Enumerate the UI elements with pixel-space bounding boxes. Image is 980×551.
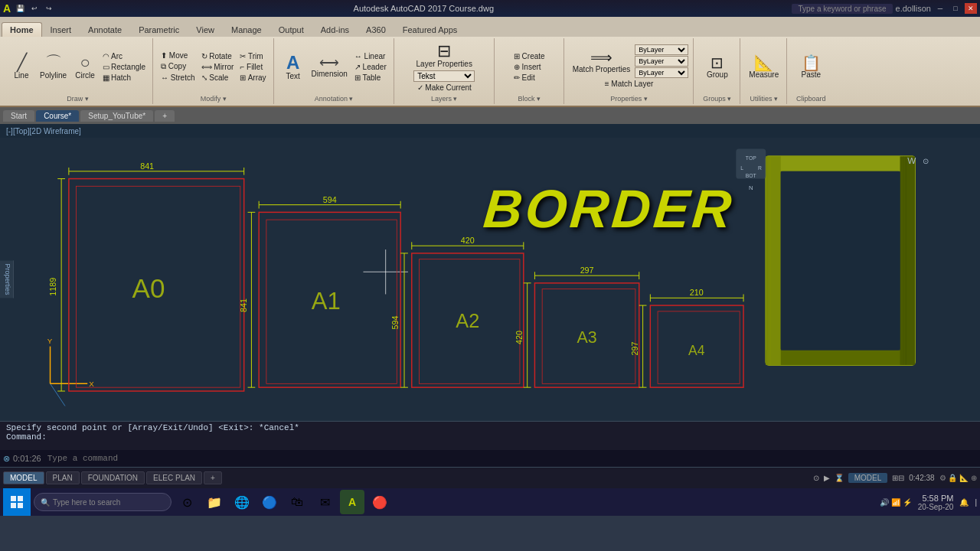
tab-output[interactable]: Output: [270, 22, 312, 37]
btn-match-properties[interactable]: ⟹ Match Properties: [570, 48, 634, 75]
canvas-area[interactable]: Properties X Y 841 1189 A0: [0, 138, 980, 421]
taskbar-explorer[interactable]: 📁: [202, 490, 227, 514]
command-input[interactable]: [47, 454, 977, 463]
btn-trim[interactable]: ✂ Trim: [237, 51, 268, 61]
btn-polyline[interactable]: ⌒ Polyline: [37, 53, 70, 81]
svg-text:A3: A3: [577, 328, 596, 347]
tab-course[interactable]: Course*: [36, 110, 79, 122]
tab-view[interactable]: View: [188, 22, 223, 37]
taskbar-mail[interactable]: ✉: [312, 490, 337, 514]
btn-layer-properties[interactable]: ⊟ Layer Properties: [413, 41, 475, 70]
svg-text:A0: A0: [132, 273, 165, 303]
btn-fillet[interactable]: ⌐ Fillet: [237, 62, 268, 72]
btn-edit-block[interactable]: ✏ Edit: [511, 73, 547, 83]
tab-insert[interactable]: Insert: [42, 22, 80, 37]
layout-tab-foundation[interactable]: FOUNDATION: [81, 471, 145, 484]
btn-rect[interactable]: ▭ Rectangle: [100, 62, 148, 72]
btn-circle[interactable]: ○ Circle: [71, 53, 99, 81]
btn-hatch[interactable]: ▦ Hatch: [100, 73, 148, 83]
nav-icon-3[interactable]: ⌛: [835, 474, 844, 482]
taskbar-cortana[interactable]: ⊙: [175, 490, 199, 514]
nav-icon-2[interactable]: ▶: [824, 474, 830, 482]
btn-rotate[interactable]: ↻ Rotate: [199, 51, 237, 61]
btn-array[interactable]: ⊞ Array: [237, 73, 268, 83]
nav-icon-1[interactable]: ⊙: [813, 474, 819, 482]
layout-tabs: MODEL PLAN FOUNDATION ELEC PLAN +: [3, 471, 810, 484]
model-label[interactable]: MODEL: [848, 473, 888, 483]
taskbar-store[interactable]: 🛍: [285, 490, 309, 514]
btn-arc[interactable]: ◠ Arc: [100, 51, 148, 61]
svg-text:420: 420: [461, 236, 475, 245]
tab-addins[interactable]: Add-ins: [312, 22, 358, 37]
tab-featured[interactable]: Featured Apps: [394, 22, 466, 37]
layer-dropdown[interactable]: TekstByLayer: [413, 70, 475, 82]
tab-setup[interactable]: Setup_YouTube*: [80, 110, 153, 122]
tab-annotate[interactable]: Annotate: [80, 22, 130, 37]
taskbar: 🔍 Type here to search ⊙ 📁 🌐 🔵 🛍 ✉ A 🔴 🔊 …: [0, 488, 980, 516]
btn-stretch[interactable]: ↔ Stretch: [158, 73, 197, 83]
svg-text:594: 594: [323, 195, 337, 204]
btn-table[interactable]: ⊞ Table: [352, 73, 389, 83]
notification-icon[interactable]: 🔔: [959, 498, 969, 507]
quick-access-toolbar[interactable]: 💾 ↩ ↪: [14, 3, 55, 14]
color-dropdown[interactable]: ByLayer: [635, 44, 688, 55]
view-label: [-][Top][2D Wireframe]: [0, 124, 980, 138]
tab-parametric[interactable]: Parametric: [130, 22, 188, 37]
svg-rect-69: [781, 171, 900, 350]
close-btn[interactable]: ✕: [965, 3, 977, 14]
btn-move[interactable]: ⬆ Move: [158, 51, 197, 60]
btn-text[interactable]: A Text: [279, 52, 307, 82]
minimize-btn[interactable]: ─: [934, 3, 946, 14]
tab-home[interactable]: Home: [2, 22, 42, 37]
paste-label: Paste: [802, 70, 822, 79]
taskbar-chrome[interactable]: 🔴: [368, 490, 392, 514]
title-right: Type a keyword or phrase e.dollison ─ □ …: [792, 3, 977, 14]
btn-line[interactable]: ╱ Line: [8, 53, 35, 81]
group-utilities-label: Utilities ▾: [741, 95, 786, 103]
tab-manage[interactable]: Manage: [223, 22, 270, 37]
ribbon-tabs: Home Insert Annotate Parametric View Man…: [0, 17, 980, 37]
btn-scale[interactable]: ⤡ Scale: [199, 73, 237, 83]
btn-match-layer[interactable]: ≡ Match Layer: [603, 79, 656, 89]
btn-paste[interactable]: 📋 Paste: [797, 54, 825, 80]
svg-text:L: L: [740, 165, 743, 171]
taskbar-autocad[interactable]: A: [340, 490, 364, 514]
lineweight-dropdown[interactable]: ByLayer: [635, 67, 688, 78]
show-desktop-btn[interactable]: |: [975, 498, 977, 507]
paste-icon: 📋: [802, 55, 821, 70]
maximize-btn[interactable]: □: [949, 3, 962, 14]
btn-create-block[interactable]: ⊞ Create: [511, 51, 547, 61]
btn-insert-block[interactable]: ⊕ Insert: [511, 62, 547, 72]
taskbar-search[interactable]: 🔍 Type here to search: [34, 493, 172, 511]
text-icon: A: [286, 54, 299, 72]
btn-make-current[interactable]: ✓ Make Current: [415, 83, 474, 93]
tab-a360[interactable]: A360: [358, 22, 394, 37]
svg-text:420: 420: [514, 331, 524, 344]
svg-text:841: 841: [140, 161, 154, 171]
tab-start[interactable]: Start: [3, 110, 34, 122]
search-box[interactable]: Type a keyword or phrase: [792, 4, 892, 14]
polyline-icon: ⌒: [45, 54, 62, 71]
dimension-icon: ⟷: [319, 56, 339, 70]
linetype-dropdown[interactable]: ByLayer: [635, 56, 688, 67]
layout-tab-add[interactable]: +: [204, 471, 222, 484]
start-button[interactable]: [3, 488, 31, 516]
layout-tab-elecplan[interactable]: ELEC PLAN: [146, 471, 202, 484]
btn-measure[interactable]: 📐 Measure: [746, 54, 782, 80]
svg-text:A1: A1: [312, 288, 341, 315]
command-area: Specify second point or [Array/Exit/Undo…: [0, 421, 980, 467]
btn-linear[interactable]: ↔ Linear: [352, 51, 389, 61]
layout-tab-model[interactable]: MODEL: [3, 471, 44, 484]
svg-text:N: N: [749, 184, 753, 191]
btn-copy[interactable]: ⧉ Copy: [158, 61, 197, 72]
drawing-canvas[interactable]: X Y 841 1189 A0 594: [0, 138, 980, 421]
btn-group[interactable]: ⊡ Group: [704, 54, 731, 80]
tab-new[interactable]: +: [155, 110, 175, 122]
layout-tab-plan[interactable]: PLAN: [46, 471, 80, 484]
btn-leader[interactable]: ↗ Leader: [352, 62, 389, 72]
taskbar-ie[interactable]: 🔵: [257, 490, 282, 514]
btn-dimension[interactable]: ⟷ Dimension: [309, 54, 351, 80]
taskbar-edge[interactable]: 🌐: [230, 490, 254, 514]
app-logo[interactable]: A: [3, 2, 11, 15]
btn-mirror[interactable]: ⟺ Mirror: [199, 62, 237, 72]
